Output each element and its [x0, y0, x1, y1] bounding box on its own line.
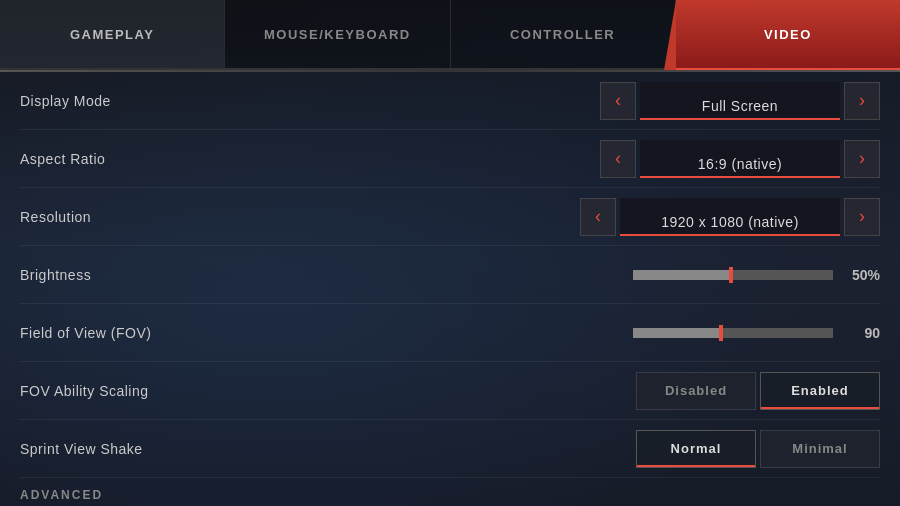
fov-ability-scaling-disabled-button[interactable]: Disabled	[636, 372, 756, 410]
tab-gameplay[interactable]: GAMEPLAY	[0, 0, 225, 68]
setting-control-sprint-view-shake: Normal Minimal	[520, 430, 880, 468]
setting-control-fov: 90	[520, 325, 880, 341]
fov-slider-container: 90	[520, 325, 880, 341]
brightness-slider-track[interactable]	[633, 270, 833, 280]
setting-label-sprint-view-shake: Sprint View Shake	[20, 441, 520, 457]
tab-mouse-keyboard[interactable]: MOUSE/KEYBOARD	[225, 0, 450, 68]
brightness-slider-value: 50%	[845, 267, 880, 283]
brightness-slider-fill	[633, 270, 733, 280]
fov-slider-track[interactable]	[633, 328, 833, 338]
setting-control-display-mode: ‹ Full Screen ›	[520, 82, 880, 120]
setting-control-fov-ability-scaling: Disabled Enabled	[520, 372, 880, 410]
setting-row-fov: Field of View (FOV) 90	[20, 304, 880, 362]
advanced-section-label: ADVANCED	[0, 478, 900, 502]
sprint-view-shake-toggle-group: Normal Minimal	[636, 430, 880, 468]
display-mode-next-button[interactable]: ›	[844, 82, 880, 120]
tab-video[interactable]: VIDEO	[676, 0, 900, 68]
display-mode-prev-button[interactable]: ‹	[600, 82, 636, 120]
setting-row-resolution: Resolution ‹ 1920 x 1080 (native) ›	[20, 188, 880, 246]
settings-container: GAMEPLAY MOUSE/KEYBOARD CONTROLLER VIDEO…	[0, 0, 900, 506]
display-mode-value: Full Screen	[640, 82, 840, 120]
setting-row-fov-ability-scaling: FOV Ability Scaling Disabled Enabled	[20, 362, 880, 420]
sprint-view-shake-normal-button[interactable]: Normal	[636, 430, 756, 468]
fov-ability-scaling-enabled-button[interactable]: Enabled	[760, 372, 880, 410]
fov-slider-value: 90	[845, 325, 880, 341]
resolution-next-button[interactable]: ›	[844, 198, 880, 236]
setting-row-display-mode: Display Mode ‹ Full Screen ›	[20, 72, 880, 130]
setting-label-resolution: Resolution	[20, 209, 520, 225]
setting-label-fov-ability-scaling: FOV Ability Scaling	[20, 383, 520, 399]
aspect-ratio-value: 16:9 (native)	[640, 140, 840, 178]
setting-control-aspect-ratio: ‹ 16:9 (native) ›	[520, 140, 880, 178]
setting-label-display-mode: Display Mode	[20, 93, 520, 109]
setting-label-fov: Field of View (FOV)	[20, 325, 520, 341]
resolution-value: 1920 x 1080 (native)	[620, 198, 840, 236]
setting-control-brightness: 50%	[520, 267, 880, 283]
setting-label-brightness: Brightness	[20, 267, 520, 283]
setting-control-resolution: ‹ 1920 x 1080 (native) ›	[520, 198, 880, 236]
sprint-view-shake-minimal-button[interactable]: Minimal	[760, 430, 880, 468]
tab-controller[interactable]: CONTROLLER	[451, 0, 676, 68]
brightness-slider-container: 50%	[520, 267, 880, 283]
fov-slider-fill	[633, 328, 723, 338]
setting-row-sprint-view-shake: Sprint View Shake Normal Minimal	[20, 420, 880, 478]
setting-row-brightness: Brightness 50%	[20, 246, 880, 304]
settings-list: Display Mode ‹ Full Screen › Aspect Rati…	[0, 72, 900, 478]
fov-ability-scaling-toggle-group: Disabled Enabled	[636, 372, 880, 410]
aspect-ratio-prev-button[interactable]: ‹	[600, 140, 636, 178]
setting-row-aspect-ratio: Aspect Ratio ‹ 16:9 (native) ›	[20, 130, 880, 188]
aspect-ratio-next-button[interactable]: ›	[844, 140, 880, 178]
resolution-prev-button[interactable]: ‹	[580, 198, 616, 236]
tabs-bar: GAMEPLAY MOUSE/KEYBOARD CONTROLLER VIDEO	[0, 0, 900, 70]
setting-label-aspect-ratio: Aspect Ratio	[20, 151, 520, 167]
